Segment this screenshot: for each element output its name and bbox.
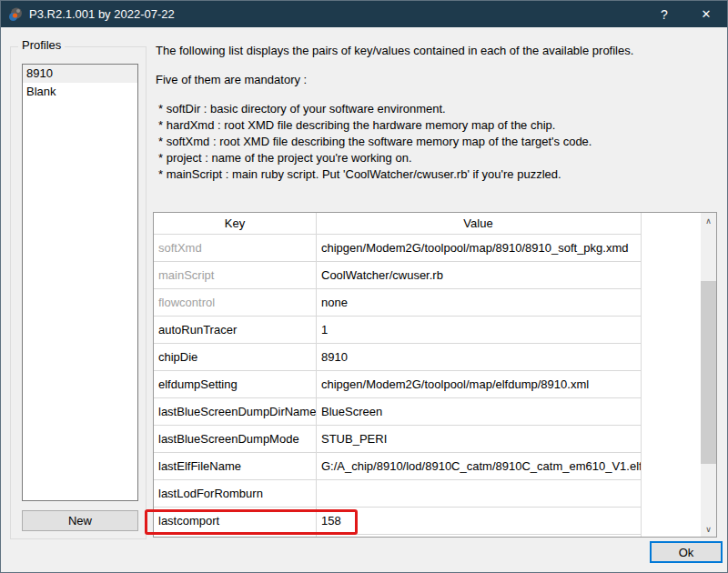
row-value[interactable]: G:/A_chip/8910/lod/8910C_catm/8910C_catm…	[316, 453, 641, 479]
table-header: Key Value	[154, 213, 641, 235]
scrollbar-thumb[interactable]	[701, 281, 716, 464]
table-row[interactable]: lastElfFileName G:/A_chip/8910/lod/8910C…	[154, 453, 641, 480]
table-row[interactable]: flowcontrol none	[154, 289, 641, 317]
row-key: lastElfFileName	[154, 453, 316, 479]
scroll-down-icon[interactable]: ∨	[701, 521, 716, 537]
row-value[interactable]: 158	[316, 508, 641, 534]
window-title: P3.R2.1.001 by 2022-07-22	[29, 7, 643, 21]
scroll-up-icon[interactable]: ∧	[701, 213, 716, 228]
row-value[interactable]: CoolWatcher/cwuser.rb	[316, 262, 641, 288]
profiles-listbox[interactable]: 8910 Blank	[22, 64, 138, 501]
row-key: softXmd	[154, 235, 316, 261]
profile-list-item-8910[interactable]: 8910	[23, 65, 137, 83]
mandatory-item: * project : name of the project you're w…	[156, 150, 720, 166]
mandatory-item: * softDir : basic directory of your soft…	[156, 101, 720, 117]
row-value[interactable]: chipgen/Modem2G/toolpool/map/8910/8910_s…	[316, 235, 641, 261]
row-value[interactable]: none	[316, 289, 641, 316]
row-key: autoRunTracer	[154, 317, 316, 343]
row-value[interactable]	[316, 480, 641, 507]
row-key: elfdumpSetting	[154, 371, 316, 397]
row-key: lastBlueScreenDumpDirName	[154, 398, 316, 425]
row-value[interactable]: STUB_PERI	[316, 426, 641, 452]
row-key: lastBlueScreenDumpMode	[154, 426, 316, 452]
description-intro: The following list displays the pairs of…	[156, 43, 720, 59]
table-row[interactable]: elfdumpSetting chipgen/Modem2G/toolpool/…	[154, 371, 641, 398]
table-scrollbar[interactable]: ∧ ∨	[701, 213, 716, 537]
help-button[interactable]: ?	[643, 1, 685, 27]
row-value[interactable]: 8910	[316, 344, 641, 370]
row-value[interactable]: chipgen/Modem2G/toolpool/map/elfdump/891…	[316, 371, 641, 397]
table-row[interactable]: lastBlueScreenDumpMode STUB_PERI	[154, 426, 641, 453]
row-key: lastLodForRomburn	[154, 480, 316, 507]
description-text: The following list displays the pairs of…	[156, 43, 720, 183]
table-row[interactable]: lastLodForRomburn	[154, 480, 641, 508]
mandatory-item: * softXmd : root XMD file describing the…	[156, 134, 720, 150]
row-key: lastcomport	[154, 508, 316, 534]
row-key: chipDie	[154, 344, 316, 370]
close-button[interactable]: ✕	[685, 1, 727, 27]
row-key: flowcontrol	[154, 289, 316, 316]
profiles-group-label: Profiles	[18, 38, 65, 52]
dialog-window: P3.R2.1.001 by 2022-07-22 ? ✕ Profiles 8…	[0, 0, 728, 573]
app-icon	[7, 6, 24, 23]
table-row[interactable]: lastBlueScreenDumpDirName BlueScreen	[154, 398, 641, 426]
table-row[interactable]: lastcomport 158	[154, 508, 641, 535]
column-divider	[316, 213, 317, 537]
column-header-value: Value	[316, 213, 641, 234]
mandatory-heading: Five of them are mandatory :	[156, 72, 720, 88]
profile-list-item-blank[interactable]: Blank	[23, 83, 137, 101]
titlebar: P3.R2.1.001 by 2022-07-22 ? ✕	[1, 1, 727, 27]
profiles-groupbox: Profiles 8910 Blank New	[10, 46, 147, 539]
key-value-table: Key Value softXmd chipgen/Modem2G/toolpo…	[153, 212, 717, 538]
row-key: mainScript	[154, 262, 316, 288]
row-value[interactable]: 1	[316, 317, 641, 343]
table-row[interactable]: chipDie 8910	[154, 344, 641, 371]
table-row[interactable]: softXmd chipgen/Modem2G/toolpool/map/891…	[154, 235, 641, 262]
mandatory-item: * mainScript : main ruby script. Put 'Co…	[156, 166, 720, 183]
row-value[interactable]: BlueScreen	[316, 398, 641, 425]
table-row[interactable]: mainScript CoolWatcher/cwuser.rb	[154, 262, 641, 289]
column-header-key: Key	[154, 213, 316, 234]
mandatory-item: * hardXmd : root XMD file describing the…	[156, 117, 720, 134]
ok-button[interactable]: Ok	[650, 541, 723, 563]
column-divider	[641, 213, 642, 537]
new-profile-button[interactable]: New	[22, 510, 138, 531]
table-row[interactable]: autoRunTracer 1	[154, 317, 641, 344]
